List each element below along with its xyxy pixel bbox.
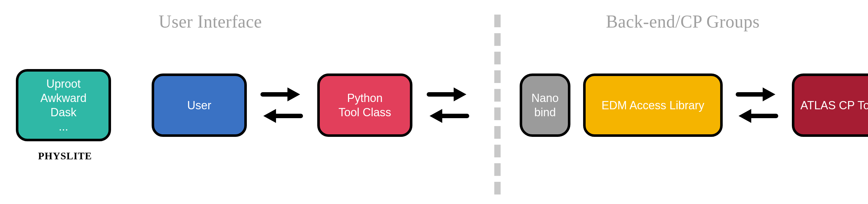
arrow-right-icon [738,88,775,101]
box-atlas: ATLAS CP Tool [792,73,868,137]
physlite-line-2: Dask [51,105,76,120]
divider-line [494,14,501,195]
arrows-python-nanobind [426,82,470,129]
box-user: User [152,73,247,137]
box-nanobind: Nano bind [520,73,570,137]
python-tool-line-0: Python [347,91,382,105]
user-label: User [187,98,211,112]
arrows-user-python [259,82,304,129]
arrow-left-icon [739,109,776,123]
arrow-right-icon [263,88,300,101]
box-edm: EDM Access Library [583,73,723,137]
physlite-line-0: Uproot [46,77,81,91]
section-title-right: Back-end/CP Groups [606,11,760,32]
arrow-left-icon [430,109,467,123]
caption-physlite: PHYSLITE [38,150,92,162]
box-physlite: Uproot Awkward Dask ... [16,69,111,141]
nanobind-line-0: Nano [531,91,559,105]
box-python-tool: Python Tool Class [317,73,412,137]
arrows-edm-atlas [735,82,779,129]
nanobind-line-1: bind [534,105,556,120]
physlite-line-3: ... [59,120,68,134]
python-tool-line-1: Tool Class [339,105,391,120]
atlas-label: ATLAS CP Tool [800,98,868,112]
edm-label: EDM Access Library [601,98,704,112]
arrow-left-icon [263,109,301,123]
physlite-line-1: Awkward [40,91,86,105]
section-title-left: User Interface [159,11,262,32]
arrow-right-icon [429,88,466,101]
